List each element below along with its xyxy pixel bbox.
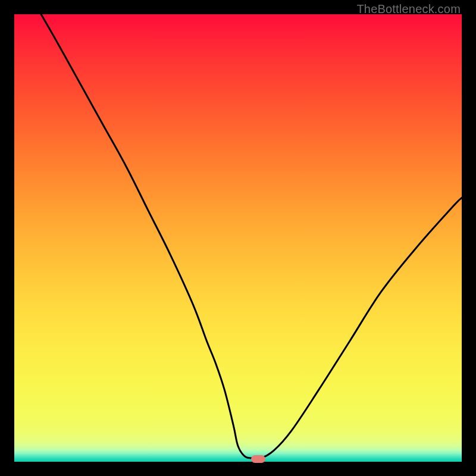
gradient-plot-area: [14, 14, 462, 462]
watermark-text: TheBottleneck.com: [356, 2, 461, 16]
chart-container: TheBottleneck.com: [0, 0, 476, 476]
min-marker: [251, 455, 265, 463]
